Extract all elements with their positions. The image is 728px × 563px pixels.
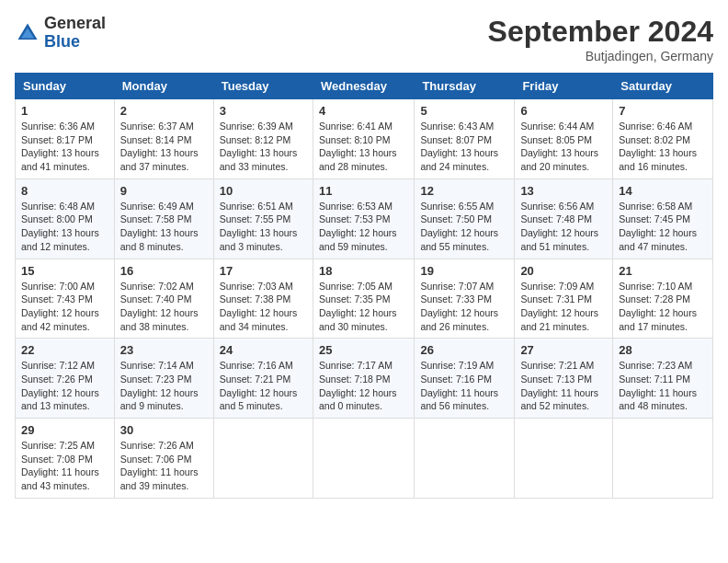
calendar-cell: 23Sunrise: 7:14 AMSunset: 7:23 PMDayligh… [114,339,213,419]
cell-content: Sunrise: 7:21 AMSunset: 7:13 PMDaylight:… [520,359,607,413]
calendar-cell: 21Sunrise: 7:10 AMSunset: 7:28 PMDayligh… [613,259,713,339]
calendar-cell: 2Sunrise: 6:37 AMSunset: 8:14 PMDaylight… [114,99,213,179]
month-title: September 2024 [488,15,713,49]
calendar-cell: 15Sunrise: 7:00 AMSunset: 7:43 PMDayligh… [16,259,115,339]
day-header-saturday: Saturday [613,74,713,99]
day-number: 23 [120,343,208,357]
cell-content: Sunrise: 7:14 AMSunset: 7:23 PMDaylight:… [120,359,208,413]
cell-content: Sunrise: 6:49 AMSunset: 7:58 PMDaylight:… [120,200,208,254]
cell-content: Sunrise: 7:02 AMSunset: 7:40 PMDaylight:… [120,280,208,334]
calendar-cell: 11Sunrise: 6:53 AMSunset: 7:53 PMDayligh… [313,178,414,259]
calendar-cell: 4Sunrise: 6:41 AMSunset: 8:10 PMDaylight… [313,99,414,179]
cell-content: Sunrise: 6:53 AMSunset: 7:53 PMDaylight:… [319,200,408,254]
day-header-tuesday: Tuesday [213,74,313,99]
logo-text: General Blue [44,15,106,52]
day-header-wednesday: Wednesday [313,74,414,99]
day-header-friday: Friday [515,74,613,99]
title-block: September 2024 Butjadingen, Germany [488,15,713,63]
day-number: 1 [21,104,108,118]
cell-content: Sunrise: 6:44 AMSunset: 8:05 PMDaylight:… [520,120,607,174]
cell-content: Sunrise: 7:16 AMSunset: 7:21 PMDaylight:… [220,359,307,413]
day-number: 2 [120,104,208,118]
day-number: 17 [220,264,307,278]
week-row-5: 29Sunrise: 7:25 AMSunset: 7:08 PMDayligh… [16,419,713,499]
day-number: 18 [319,264,408,278]
cell-content: Sunrise: 6:36 AMSunset: 8:17 PMDaylight:… [21,120,108,174]
logo: General Blue [15,15,106,52]
calendar-cell: 16Sunrise: 7:02 AMSunset: 7:40 PMDayligh… [114,259,213,339]
cell-content: Sunrise: 6:46 AMSunset: 8:02 PMDaylight:… [619,120,707,174]
day-number: 15 [21,264,108,278]
cell-content: Sunrise: 6:51 AMSunset: 7:55 PMDaylight:… [220,200,307,254]
cell-content: Sunrise: 7:07 AMSunset: 7:33 PMDaylight:… [420,280,508,334]
calendar-cell: 25Sunrise: 7:17 AMSunset: 7:18 PMDayligh… [313,339,414,419]
cell-content: Sunrise: 7:19 AMSunset: 7:16 PMDaylight:… [420,359,508,413]
calendar-cell [613,419,713,499]
day-header-sunday: Sunday [16,74,115,99]
day-number: 6 [520,104,607,118]
day-header-thursday: Thursday [415,74,515,99]
week-row-2: 8Sunrise: 6:48 AMSunset: 8:00 PMDaylight… [16,178,713,259]
week-row-1: 1Sunrise: 6:36 AMSunset: 8:17 PMDaylight… [16,99,713,179]
calendar-cell: 5Sunrise: 6:43 AMSunset: 8:07 PMDaylight… [415,99,515,179]
calendar-cell [313,419,414,499]
logo-general: General [44,14,106,32]
week-row-4: 22Sunrise: 7:12 AMSunset: 7:26 PMDayligh… [16,339,713,419]
calendar-cell [213,419,313,499]
cell-content: Sunrise: 7:05 AMSunset: 7:35 PMDaylight:… [319,280,408,334]
cell-content: Sunrise: 6:55 AMSunset: 7:50 PMDaylight:… [420,200,508,254]
cell-content: Sunrise: 6:43 AMSunset: 8:07 PMDaylight:… [420,120,508,174]
day-header-monday: Monday [114,74,213,99]
day-number: 14 [619,184,707,198]
cell-content: Sunrise: 6:41 AMSunset: 8:10 PMDaylight:… [319,120,408,174]
day-number: 20 [520,264,607,278]
calendar-cell: 28Sunrise: 7:23 AMSunset: 7:11 PMDayligh… [613,339,713,419]
calendar-cell: 1Sunrise: 6:36 AMSunset: 8:17 PMDaylight… [16,99,115,179]
day-number: 19 [420,264,508,278]
cell-content: Sunrise: 6:39 AMSunset: 8:12 PMDaylight:… [220,120,307,174]
day-number: 3 [220,104,307,118]
calendar-cell: 14Sunrise: 6:58 AMSunset: 7:45 PMDayligh… [613,178,713,259]
cell-content: Sunrise: 7:23 AMSunset: 7:11 PMDaylight:… [619,359,707,413]
location-subtitle: Butjadingen, Germany [488,49,713,63]
calendar-cell [515,419,613,499]
calendar-cell: 20Sunrise: 7:09 AMSunset: 7:31 PMDayligh… [515,259,613,339]
calendar-cell [415,419,515,499]
cell-content: Sunrise: 7:03 AMSunset: 7:38 PMDaylight:… [220,280,307,334]
calendar-table: SundayMondayTuesdayWednesdayThursdayFrid… [15,73,713,499]
day-number: 27 [520,343,607,357]
cell-content: Sunrise: 7:12 AMSunset: 7:26 PMDaylight:… [21,359,108,413]
calendar-cell: 8Sunrise: 6:48 AMSunset: 8:00 PMDaylight… [16,178,115,259]
calendar-cell: 10Sunrise: 6:51 AMSunset: 7:55 PMDayligh… [213,178,313,259]
calendar-cell: 13Sunrise: 6:56 AMSunset: 7:48 PMDayligh… [515,178,613,259]
day-number: 8 [21,184,108,198]
cell-content: Sunrise: 6:48 AMSunset: 8:00 PMDaylight:… [21,200,108,254]
cell-content: Sunrise: 7:00 AMSunset: 7:43 PMDaylight:… [21,280,108,334]
day-number: 30 [120,423,208,437]
day-number: 11 [319,184,408,198]
cell-content: Sunrise: 7:26 AMSunset: 7:06 PMDaylight:… [120,439,208,493]
day-number: 10 [220,184,307,198]
logo-icon [15,20,40,46]
week-row-3: 15Sunrise: 7:00 AMSunset: 7:43 PMDayligh… [16,259,713,339]
day-number: 16 [120,264,208,278]
calendar-cell: 30Sunrise: 7:26 AMSunset: 7:06 PMDayligh… [114,419,213,499]
cell-content: Sunrise: 6:37 AMSunset: 8:14 PMDaylight:… [120,120,208,174]
day-number: 22 [21,343,108,357]
day-number: 29 [21,423,108,437]
calendar-cell: 24Sunrise: 7:16 AMSunset: 7:21 PMDayligh… [213,339,313,419]
cell-content: Sunrise: 7:09 AMSunset: 7:31 PMDaylight:… [520,280,607,334]
calendar-cell: 17Sunrise: 7:03 AMSunset: 7:38 PMDayligh… [213,259,313,339]
day-number: 4 [319,104,408,118]
day-number: 26 [420,343,508,357]
calendar-cell: 3Sunrise: 6:39 AMSunset: 8:12 PMDaylight… [213,99,313,179]
calendar-cell: 6Sunrise: 6:44 AMSunset: 8:05 PMDaylight… [515,99,613,179]
calendar-cell: 27Sunrise: 7:21 AMSunset: 7:13 PMDayligh… [515,339,613,419]
cell-content: Sunrise: 7:10 AMSunset: 7:28 PMDaylight:… [619,280,707,334]
day-number: 25 [319,343,408,357]
day-number: 28 [619,343,707,357]
day-number: 24 [220,343,307,357]
calendar-cell: 12Sunrise: 6:55 AMSunset: 7:50 PMDayligh… [415,178,515,259]
cell-content: Sunrise: 6:56 AMSunset: 7:48 PMDaylight:… [520,200,607,254]
day-number: 7 [619,104,707,118]
